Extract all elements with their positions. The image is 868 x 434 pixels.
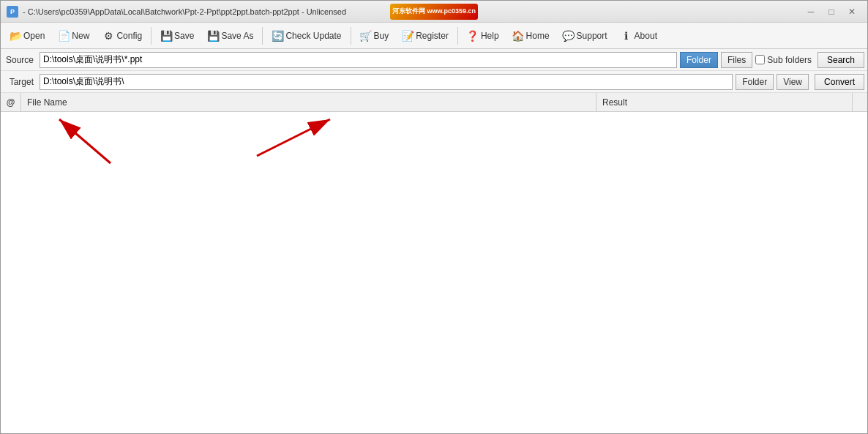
new-label: New bbox=[72, 31, 89, 41]
svg-line-2 bbox=[59, 119, 111, 163]
source-row: Source Folder Files Sub folders Search bbox=[1, 49, 867, 71]
annotation-arrows bbox=[1, 112, 867, 434]
check-update-label: Check Update bbox=[285, 31, 341, 41]
home-label: Home bbox=[526, 31, 550, 41]
separator-2 bbox=[262, 27, 263, 45]
about-icon: ℹ bbox=[621, 30, 632, 42]
check-update-button[interactable]: 🔄 Check Update bbox=[266, 26, 347, 46]
source-files-button[interactable]: Files bbox=[721, 52, 752, 68]
col-header-at: @ bbox=[1, 93, 21, 111]
open-icon: 📂 bbox=[10, 30, 21, 42]
target-folder-button[interactable]: Folder bbox=[736, 74, 774, 90]
separator-3 bbox=[351, 27, 351, 45]
buy-icon: 🛒 bbox=[360, 30, 372, 42]
config-label: Config bbox=[116, 31, 142, 41]
title-bar: P - C:\Users\pc0359\AppData\Local\Batchw… bbox=[1, 1, 867, 23]
about-button[interactable]: ℹ About bbox=[615, 26, 663, 46]
svg-line-3 bbox=[257, 119, 330, 156]
title-bar-logo: 河东软件网 www.pc0359.cn bbox=[390, 4, 478, 20]
save-as-label: Save As bbox=[221, 31, 253, 41]
separator-1 bbox=[151, 27, 151, 45]
config-icon: ⚙ bbox=[102, 30, 114, 42]
home-button[interactable]: 🏠 Home bbox=[506, 26, 555, 46]
help-icon: ❓ bbox=[467, 30, 479, 42]
check-update-icon: 🔄 bbox=[272, 30, 283, 42]
open-button[interactable]: 📂 Open bbox=[4, 26, 50, 46]
search-button[interactable]: Search bbox=[818, 52, 864, 68]
source-folder-button[interactable]: Folder bbox=[680, 52, 718, 68]
register-button[interactable]: 📝 Register bbox=[396, 26, 454, 46]
title-bar-left: P - C:\Users\pc0359\AppData\Local\Batchw… bbox=[7, 6, 346, 18]
open-label: Open bbox=[23, 31, 45, 41]
main-content: Source Folder Files Sub folders Search T… bbox=[1, 49, 867, 434]
new-button[interactable]: 📄 New bbox=[52, 26, 95, 46]
source-label: Source bbox=[4, 55, 37, 65]
save-as-icon: 💾 bbox=[207, 30, 219, 42]
buy-button[interactable]: 🛒 Buy bbox=[354, 26, 395, 46]
minimize-button[interactable]: ─ bbox=[801, 4, 820, 19]
target-row: Target Folder View Convert bbox=[1, 71, 867, 93]
target-label: Target bbox=[4, 77, 37, 87]
support-button[interactable]: 💬 Support bbox=[557, 26, 613, 46]
file-list-header: @ File Name Result bbox=[1, 93, 867, 112]
convert-button[interactable]: Convert bbox=[815, 74, 864, 90]
register-icon: 📝 bbox=[402, 30, 414, 42]
save-icon: 💾 bbox=[160, 30, 172, 42]
col-header-result: Result bbox=[596, 93, 853, 111]
target-input[interactable] bbox=[40, 74, 733, 90]
arrow-container bbox=[1, 112, 867, 434]
about-label: About bbox=[635, 31, 657, 41]
subfolders-label[interactable]: Sub folders bbox=[755, 55, 812, 65]
file-list-area: @ File Name Result bbox=[1, 93, 867, 434]
support-label: Support bbox=[577, 31, 607, 41]
target-view-button[interactable]: View bbox=[777, 74, 809, 90]
toolbar: 📂 Open 📄 New ⚙ Config 💾 Save 💾 Save As 🔄… bbox=[1, 23, 867, 49]
new-icon: 📄 bbox=[58, 30, 70, 42]
subfolders-checkbox[interactable] bbox=[755, 55, 765, 64]
separator-4 bbox=[457, 27, 458, 45]
config-button[interactable]: ⚙ Config bbox=[97, 26, 148, 46]
help-button[interactable]: ❓ Help bbox=[461, 26, 505, 46]
title-bar-text: - C:\Users\pc0359\AppData\Local\Batchwor… bbox=[23, 7, 346, 16]
title-bar-controls: ─ □ ✕ bbox=[801, 4, 861, 19]
save-label: Save bbox=[174, 31, 194, 41]
save-as-button[interactable]: 💾 Save As bbox=[201, 26, 259, 46]
support-icon: 💬 bbox=[563, 30, 575, 42]
buy-label: Buy bbox=[374, 31, 389, 41]
maximize-button[interactable]: □ bbox=[822, 4, 841, 19]
source-input[interactable] bbox=[40, 52, 677, 68]
close-button[interactable]: ✕ bbox=[842, 4, 861, 19]
col-header-filename: File Name bbox=[21, 93, 596, 111]
register-label: Register bbox=[416, 31, 449, 41]
save-button[interactable]: 💾 Save bbox=[154, 26, 200, 46]
app-icon: P bbox=[7, 6, 18, 18]
file-list-body bbox=[1, 112, 867, 434]
help-label: Help bbox=[481, 31, 499, 41]
home-icon: 🏠 bbox=[512, 30, 524, 42]
col-header-extra bbox=[853, 93, 867, 111]
